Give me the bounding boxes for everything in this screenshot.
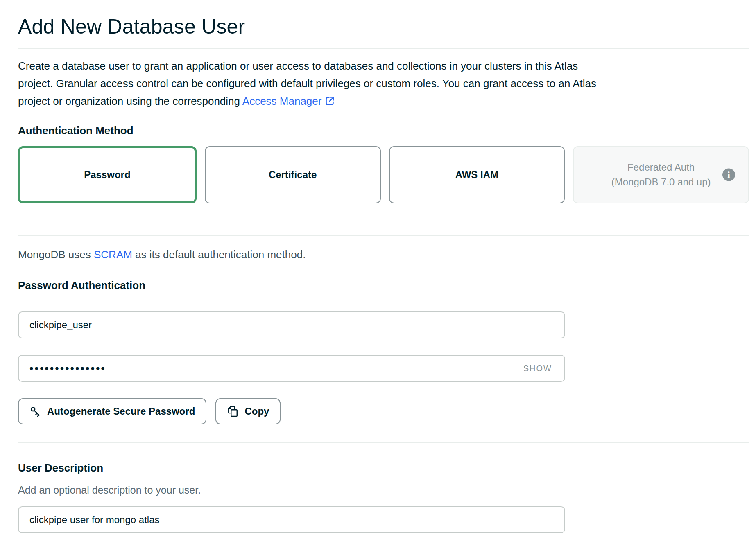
username-field[interactable] [18,311,565,338]
auth-option-aws-iam-label: AWS IAM [455,169,498,180]
auth-option-password[interactable]: Password [18,146,197,203]
password-authentication-heading: Password Authentication [18,279,749,292]
password-actions: Autogenerate Secure Password Copy [18,398,749,424]
auth-option-password-label: Password [84,169,130,180]
divider [18,442,749,443]
divider [18,235,749,236]
auth-option-aws-iam[interactable]: AWS IAM [389,146,565,203]
autogenerate-password-button[interactable]: Autogenerate Secure Password [18,398,206,424]
divider [18,48,749,49]
key-icon [29,406,41,417]
intro-line-2: project. Granular access control can be … [18,75,749,92]
auth-option-federated-auth-label: Federated Auth (MongoDB 7.0 and up) [611,160,711,190]
user-description-heading: User Description [18,461,749,474]
info-icon[interactable]: i [722,169,735,181]
scram-link[interactable]: SCRAM [94,248,132,261]
add-database-user-panel: Add New Database User Create a database … [0,15,756,555]
user-description-subtext: Add an optional description to your user… [18,483,749,496]
scram-note-after: as its default authentication method. [132,248,306,261]
external-link-icon[interactable] [324,94,335,112]
auth-option-certificate-label: Certificate [269,169,317,180]
copy-icon [227,406,239,417]
description-input[interactable] [29,514,554,526]
autogenerate-password-label: Autogenerate Secure Password [47,406,195,417]
password-field[interactable]: SHOW [18,355,565,382]
authentication-method-heading: Authentication Method [18,124,749,137]
copy-password-button[interactable]: Copy [215,398,281,424]
auth-option-federated-auth: Federated Auth (MongoDB 7.0 and up) i [573,146,749,203]
scram-note: MongoDB uses SCRAM as its default authen… [18,248,749,262]
password-input[interactable] [29,362,522,375]
access-manager-link[interactable]: Access Manager [242,95,322,107]
intro-line-1: Create a database user to grant an appli… [18,57,749,75]
intro-paragraph: Create a database user to grant an appli… [18,57,749,112]
scram-note-before: MongoDB uses [18,248,94,261]
description-field[interactable] [18,506,565,533]
page-title: Add New Database User [18,15,749,38]
show-password-button[interactable]: SHOW [522,364,554,373]
username-input[interactable] [29,319,554,331]
auth-method-options: Password Certificate AWS IAM Federated A… [18,146,749,203]
intro-line-3-text: project or organization using the corres… [18,95,242,107]
auth-option-certificate[interactable]: Certificate [205,146,381,203]
copy-password-label: Copy [244,406,269,417]
intro-line-3: project or organization using the corres… [18,92,749,112]
